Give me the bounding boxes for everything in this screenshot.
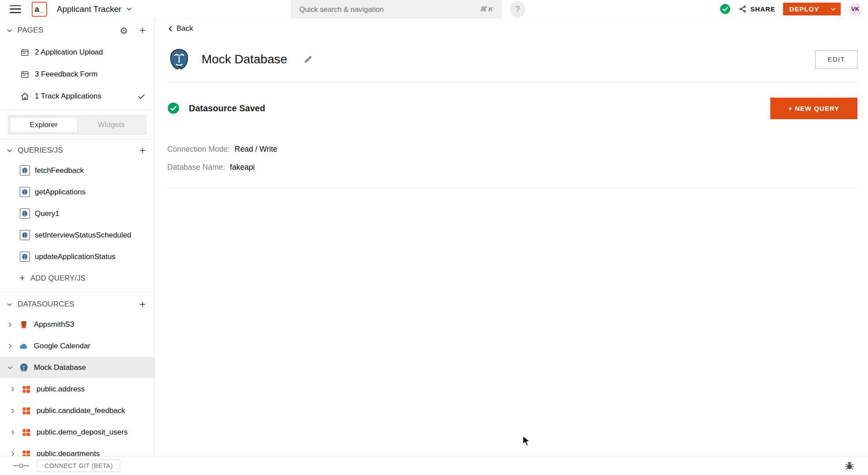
divider (0, 139, 154, 140)
datasource-detail-panel: Back Mock Database EDIT Datasource Saved… (155, 18, 868, 456)
share-button[interactable]: SHARE (739, 5, 776, 13)
share-icon (739, 5, 747, 13)
datasource-status-row: Datasource Saved + NEW QUERY (167, 98, 857, 119)
sidebar-item-query-setinterviewstatusscheduled[interactable]: setInterviewStatusScheduled (0, 224, 154, 246)
postgres-icon (19, 165, 30, 176)
chevron-down-icon[interactable] (6, 27, 13, 34)
datasource-item-label: AppsmithS3 (34, 320, 74, 329)
success-check-icon (167, 102, 180, 114)
page-icon (19, 69, 30, 80)
database-name-row: Database Name: fakeapi (167, 162, 857, 173)
chevron-right-icon[interactable] (6, 343, 14, 349)
quick-search-bar[interactable]: ⌘ K (291, 0, 502, 18)
table-item-label: public.address (37, 385, 85, 394)
edit-name-pencil-icon[interactable] (303, 55, 313, 64)
sidebar-item-query-query1[interactable]: Query1 (0, 203, 154, 224)
bottom-bar: CONNECT GIT (BETA) (0, 456, 868, 475)
chevron-down-icon[interactable] (6, 147, 13, 154)
query-item-label: getApplications (35, 188, 85, 197)
table-item-label: public.demo_deposit_users (37, 428, 128, 437)
divider (167, 82, 857, 83)
explorer-sidebar: PAGES ⚙ + 2 Application Upload 3 Feeedba… (0, 18, 155, 456)
top-header: a_ Applicant Tracker ⌘ K ? SHARE DEPLOY … (0, 0, 868, 18)
pages-settings-gear-icon[interactable]: ⚙ (120, 26, 128, 35)
add-query-plus-button[interactable]: + (140, 145, 146, 156)
postgres-icon (18, 362, 29, 373)
help-button[interactable]: ? (510, 1, 526, 17)
table-item-label: public.departments (37, 449, 100, 457)
sidebar-item-query-fetchfeedback[interactable]: fetchFeedback (0, 160, 154, 181)
sidebar-item-table-public-address[interactable]: public.address (0, 378, 154, 400)
chevron-right-icon[interactable] (6, 322, 14, 328)
sidebar-item-table-public-departments[interactable]: public.departments (0, 443, 154, 456)
postgres-icon (19, 230, 30, 241)
sidebar-item-datasource-mock-database[interactable]: Mock Database (0, 357, 154, 378)
page-icon (19, 47, 30, 58)
back-label: Back (177, 24, 193, 33)
add-query-js-label: ADD QUERY/JS (30, 274, 85, 282)
new-query-button[interactable]: + NEW QUERY (770, 98, 857, 119)
datasources-section-header[interactable]: DATASOURCES + (0, 295, 154, 314)
app-title: Applicant Tracker (57, 4, 121, 14)
chevron-down-icon (126, 6, 132, 12)
sidebar-item-datasource-google-calendar[interactable]: Google Calendar (0, 335, 154, 357)
datasources-section-label: DATASOURCES (18, 300, 140, 309)
datasource-item-label: Google Calendar (34, 342, 91, 351)
table-icon (21, 427, 32, 438)
sidebar-item-page-application-upload[interactable]: 2 Application Upload (0, 41, 154, 63)
s3-icon (18, 319, 29, 330)
queries-section-header[interactable]: QUERIES/JS + (0, 141, 154, 160)
add-query-js-button[interactable]: + ADD QUERY/JS (0, 267, 154, 289)
user-avatar[interactable]: VK (849, 3, 862, 16)
tab-explorer[interactable]: Explorer (10, 117, 78, 133)
query-item-label: updateApplicationStatus (35, 252, 115, 261)
cloud-icon (18, 341, 29, 351)
hamburger-menu-icon[interactable] (10, 5, 21, 13)
status-text: Datasource Saved (189, 103, 265, 113)
pages-section-header[interactable]: PAGES ⚙ + (0, 21, 154, 40)
divider (167, 187, 857, 188)
deploy-button[interactable]: DEPLOY (783, 3, 841, 15)
app-title-menu[interactable]: Applicant Tracker (57, 4, 132, 14)
saved-check-icon (720, 4, 731, 15)
debug-bug-icon[interactable] (844, 460, 855, 471)
appsmith-logo[interactable]: a_ (32, 2, 47, 17)
datasource-fields: Connection Mode: Read / Write Database N… (167, 144, 857, 173)
edit-button[interactable]: EDIT (815, 50, 857, 69)
chevron-right-icon[interactable] (9, 408, 17, 414)
connection-mode-label: Connection Mode: (167, 145, 230, 154)
sidebar-item-query-updateapplicationstatus[interactable]: updateApplicationStatus (0, 246, 154, 267)
postgres-logo (167, 47, 191, 72)
query-item-label: Query1 (35, 209, 59, 218)
chevron-right-icon[interactable] (9, 429, 17, 435)
postgres-icon (19, 208, 30, 219)
divider (0, 292, 154, 292)
plus-icon: + (19, 272, 25, 284)
add-page-button[interactable]: + (140, 25, 146, 36)
tab-widgets[interactable]: Widgets (78, 117, 145, 133)
postgres-icon (19, 187, 30, 197)
chevron-right-icon[interactable] (9, 451, 17, 457)
connect-git-button[interactable]: CONNECT GIT (BETA) (37, 460, 120, 472)
git-branch-icon (12, 462, 30, 469)
page-item-label: 3 Feeedback Form (35, 70, 98, 79)
postgres-icon (19, 252, 30, 262)
chevron-right-icon[interactable] (9, 386, 17, 392)
active-page-check-icon (137, 92, 146, 101)
pages-section-label: PAGES (18, 26, 120, 35)
back-button[interactable]: Back (167, 24, 193, 33)
chevron-down-icon[interactable] (6, 301, 13, 308)
connection-mode-value: Read / Write (235, 145, 277, 154)
sidebar-item-page-track-applications[interactable]: 1 Track Applications (0, 85, 154, 107)
add-datasource-button[interactable]: + (140, 299, 146, 310)
table-item-label: public.candidate_feedback (37, 406, 125, 415)
sidebar-item-datasource-appsmiths3[interactable]: AppsmithS3 (0, 314, 154, 335)
search-input[interactable] (299, 5, 480, 14)
sidebar-item-query-getapplications[interactable]: getApplications (0, 181, 154, 203)
sidebar-item-page-feedback-form[interactable]: 3 Feeedback Form (0, 63, 154, 85)
deploy-label: DEPLOY (783, 5, 825, 13)
chevron-down-icon[interactable] (6, 365, 14, 371)
sidebar-item-table-public-demo-deposit-users[interactable]: public.demo_deposit_users (0, 421, 154, 443)
deploy-options-caret[interactable] (825, 3, 841, 15)
sidebar-item-table-public-candidate-feedback[interactable]: public.candidate_feedback (0, 400, 154, 421)
